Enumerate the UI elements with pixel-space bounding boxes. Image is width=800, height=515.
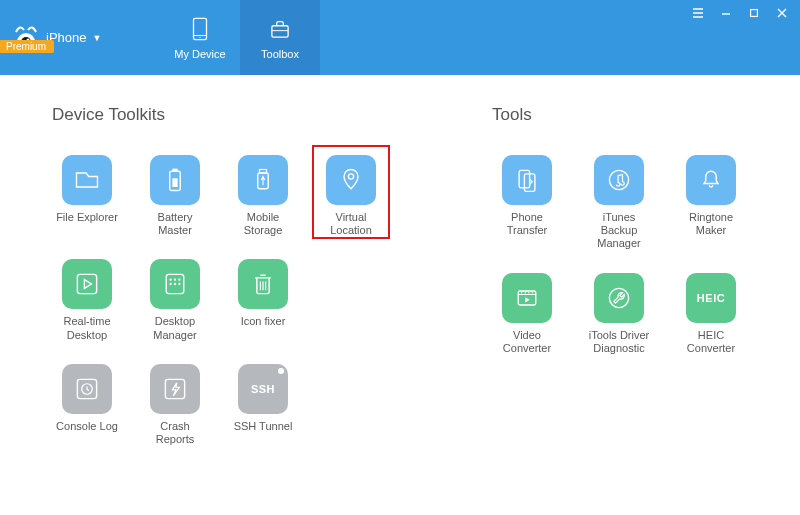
- tool-console-log[interactable]: Console Log: [52, 364, 122, 446]
- tool-mobile-storage[interactable]: Mobile Storage: [228, 155, 298, 237]
- svg-point-39: [609, 288, 628, 307]
- wrench-icon: [605, 284, 633, 312]
- dot-indicator-icon: [278, 368, 284, 374]
- tool-label: Icon fixer: [241, 315, 286, 341]
- phone-transfer-icon: [513, 166, 541, 194]
- tool-desktop-manager[interactable]: Desktop Manager: [140, 259, 210, 341]
- tool-label: Ringtone Maker: [676, 211, 746, 237]
- tool-file-explorer[interactable]: File Explorer: [52, 155, 122, 237]
- tab-toolbox[interactable]: Toolbox: [240, 0, 320, 75]
- svg-point-20: [178, 279, 180, 281]
- svg-point-23: [178, 283, 180, 285]
- music-note-icon: [605, 166, 633, 194]
- svg-rect-9: [751, 10, 758, 17]
- folder-icon: [73, 166, 101, 194]
- svg-rect-16: [77, 275, 96, 294]
- svg-point-32: [609, 170, 628, 189]
- tool-realtime-desktop[interactable]: Real-time Desktop: [52, 259, 122, 341]
- minimize-button[interactable]: [712, 4, 740, 22]
- svg-point-5: [199, 36, 200, 37]
- usb-icon: [249, 166, 277, 194]
- tool-label: Virtual Location: [316, 211, 386, 237]
- tool-icon-fixer[interactable]: Icon fixer: [228, 259, 298, 341]
- svg-point-36: [525, 292, 526, 293]
- tool-video-converter[interactable]: Video Converter: [492, 273, 562, 355]
- maximize-icon: [748, 7, 760, 19]
- heic-text-icon: HEIC: [697, 292, 725, 304]
- film-icon: [513, 284, 541, 312]
- tool-heic-converter[interactable]: HEIC HEIC Converter: [676, 273, 746, 355]
- tab-my-device[interactable]: My Device: [160, 0, 240, 75]
- tool-label: Crash Reports: [140, 420, 210, 446]
- tool-driver-diagnostic[interactable]: iTools Driver Diagnostic: [584, 273, 654, 355]
- tool-label: Phone Transfer: [492, 211, 562, 237]
- window-controls: [684, 4, 796, 22]
- tools-section: Tools Phone Transfer iTunes Backup Manag…: [492, 105, 782, 475]
- menu-button[interactable]: [684, 4, 712, 22]
- tablet-icon: [187, 16, 213, 42]
- bell-icon: [697, 166, 725, 194]
- title-bar: iPhone ▼ Premium My Device Toolbox: [0, 0, 800, 75]
- tab-label: My Device: [174, 48, 225, 60]
- tool-phone-transfer[interactable]: Phone Transfer: [492, 155, 562, 251]
- ssh-text-icon: SSH: [251, 383, 275, 395]
- svg-point-22: [174, 283, 176, 285]
- tool-ssh-tunnel[interactable]: SSH SSH Tunnel: [228, 364, 298, 446]
- hamburger-icon: [691, 6, 705, 20]
- svg-point-19: [174, 279, 176, 281]
- svg-point-21: [169, 283, 171, 285]
- location-pin-icon: [337, 166, 365, 194]
- tool-label: Battery Master: [140, 211, 210, 237]
- toolkits-grid: File Explorer Battery Master Mobile Stor…: [52, 155, 412, 446]
- close-button[interactable]: [768, 4, 796, 22]
- premium-ribbon: Premium: [0, 40, 54, 53]
- svg-rect-33: [518, 291, 536, 305]
- tool-virtual-location[interactable]: Virtual Location: [316, 155, 386, 237]
- tool-crash-reports[interactable]: Crash Reports: [140, 364, 210, 446]
- section-title: Tools: [492, 105, 782, 125]
- svg-rect-12: [172, 178, 177, 187]
- tool-label: Real-time Desktop: [52, 315, 122, 341]
- tool-label: HEIC Converter: [676, 329, 746, 355]
- tool-itunes-backup[interactable]: iTunes Backup Manager: [584, 155, 654, 251]
- device-selector[interactable]: iPhone ▼: [46, 30, 101, 45]
- clock-log-icon: [73, 375, 101, 403]
- tool-battery-master[interactable]: Battery Master: [140, 155, 210, 237]
- tools-grid: Phone Transfer iTunes Backup Manager Rin…: [492, 155, 782, 355]
- svg-rect-6: [272, 25, 288, 36]
- svg-rect-29: [165, 379, 184, 398]
- svg-point-38: [532, 292, 533, 293]
- spacer: [316, 259, 386, 341]
- svg-rect-3: [194, 18, 207, 39]
- svg-point-18: [169, 279, 171, 281]
- svg-point-35: [521, 292, 522, 293]
- section-title: Device Toolkits: [52, 105, 412, 125]
- chevron-down-icon: ▼: [92, 33, 101, 43]
- svg-point-37: [528, 292, 529, 293]
- toolbox-icon: [267, 16, 293, 42]
- maximize-button[interactable]: [740, 4, 768, 22]
- close-icon: [775, 6, 789, 20]
- play-icon: [73, 270, 101, 298]
- tool-label: SSH Tunnel: [234, 420, 293, 446]
- minimize-icon: [719, 6, 733, 20]
- tool-label: Video Converter: [492, 329, 562, 355]
- tool-label: Desktop Manager: [140, 315, 210, 341]
- svg-rect-11: [172, 169, 177, 172]
- grid-icon: [161, 270, 189, 298]
- crash-icon: [161, 375, 189, 403]
- battery-icon: [161, 166, 189, 194]
- svg-rect-14: [260, 170, 267, 174]
- logo-area: iPhone ▼ Premium: [0, 0, 160, 75]
- content-area: Device Toolkits File Explorer Battery Ma…: [0, 75, 800, 475]
- tool-label: iTunes Backup Manager: [584, 211, 654, 251]
- main-tabs: My Device Toolbox: [160, 0, 320, 75]
- tool-label: File Explorer: [56, 211, 118, 237]
- tool-label: Mobile Storage: [228, 211, 298, 237]
- trash-icon: [249, 270, 277, 298]
- tool-ringtone-maker[interactable]: Ringtone Maker: [676, 155, 746, 251]
- tool-label: Console Log: [56, 420, 118, 446]
- tab-label: Toolbox: [261, 48, 299, 60]
- device-toolkits-section: Device Toolkits File Explorer Battery Ma…: [52, 105, 412, 475]
- svg-point-15: [348, 174, 353, 179]
